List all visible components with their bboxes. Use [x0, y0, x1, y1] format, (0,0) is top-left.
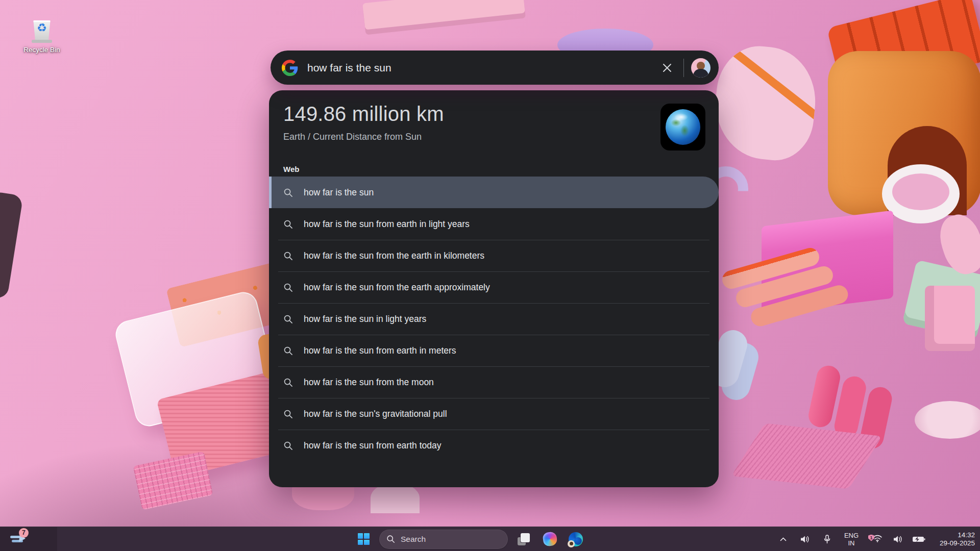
widgets-button[interactable]: 7	[0, 527, 57, 551]
wallpaper-shape	[806, 364, 842, 430]
suggestion-item[interactable]: how far is the sun in light years	[269, 303, 719, 335]
widgets-icon: 7	[10, 533, 26, 546]
tray-time: 14:32	[958, 531, 975, 539]
search-icon	[283, 378, 293, 387]
battery-charging-icon	[912, 536, 925, 543]
suggestion-text: how far is the sun from earth in light y…	[304, 219, 470, 230]
earth-thumbnail[interactable]	[660, 104, 705, 151]
suggestion-item[interactable]: how far is the sun from earth in meters	[269, 335, 719, 366]
answer-card: 149.86 million km Earth / Current Distan…	[269, 90, 719, 151]
suggestion-item[interactable]: how far is the sun from earth today	[269, 430, 719, 461]
suggestion-text: how far is the sun	[304, 187, 374, 198]
edge-profile-badge	[568, 540, 575, 547]
search-icon	[283, 251, 293, 261]
suggestion-item[interactable]: how far is the sun from the moon	[269, 366, 719, 398]
suggestion-item[interactable]: how far is the sun from the earth in kil…	[269, 240, 719, 271]
suggestion-text: how far is the sun from the earth approx…	[304, 282, 490, 293]
tray-microphone-button[interactable]	[821, 529, 833, 549]
task-view-icon	[518, 533, 530, 545]
windows-logo-icon	[358, 533, 370, 545]
start-button[interactable]	[353, 529, 374, 549]
divider	[683, 59, 684, 77]
search-icon	[283, 188, 293, 197]
task-view-button[interactable]	[513, 529, 534, 549]
battery-button[interactable]	[911, 529, 927, 549]
wallpaper-shape	[362, 0, 525, 30]
suggestion-text: how far is the sun from earth in meters	[304, 345, 456, 356]
wallpaper-shape	[371, 483, 420, 513]
network-button[interactable]: 1	[870, 529, 885, 549]
search-icon	[283, 219, 293, 229]
suggestion-item[interactable]: how far is the sun from the earth approx…	[269, 271, 719, 303]
notification-badge: 7	[19, 528, 29, 538]
language-primary: ENG	[844, 532, 859, 539]
answer-subtitle: Earth / Current Distance from Sun	[283, 132, 444, 142]
close-icon	[662, 63, 672, 73]
microphone-icon	[824, 535, 830, 544]
wallpaper-shape	[882, 164, 960, 223]
taskbar-search-label: Search	[401, 535, 426, 544]
web-section-label: Web	[283, 165, 719, 173]
search-icon	[283, 346, 293, 356]
suggestion-item[interactable]: how far is the sun's gravitational pull	[269, 398, 719, 430]
wallpaper-shape	[915, 401, 980, 439]
suggestion-text: how far is the sun's gravitational pull	[304, 409, 447, 419]
search-query-text[interactable]: how far is the sun	[307, 62, 658, 74]
suggestion-text: how far is the sun from earth today	[304, 440, 441, 451]
wallpaper-shape	[133, 451, 213, 510]
taskbar: 7 Search	[0, 527, 980, 551]
search-icon	[386, 535, 395, 543]
avatar-body	[693, 69, 708, 78]
taskbar-center-group: Search	[353, 527, 586, 551]
wallpaper-shape	[925, 286, 975, 351]
search-icon	[283, 314, 293, 324]
language-indicator[interactable]: ENG IN	[840, 529, 863, 549]
wallpaper-shape	[0, 191, 23, 299]
search-icon	[283, 409, 293, 419]
edge-browser-button[interactable]	[566, 529, 586, 549]
profile-avatar[interactable]	[691, 58, 710, 78]
copilot-icon	[542, 531, 557, 546]
tray-overflow-button[interactable]	[776, 529, 790, 549]
suggestion-item[interactable]: how far is the sun from earth in light y…	[269, 208, 719, 240]
recycle-bin-icon: ♻	[29, 17, 55, 44]
speaker-icon	[800, 535, 810, 543]
google-search-bar[interactable]: how far is the sun	[271, 51, 719, 85]
suggestion-text: how far is the sun from the earth in kil…	[304, 251, 484, 261]
clear-query-button[interactable]	[658, 59, 676, 77]
copilot-button[interactable]	[540, 529, 560, 549]
suggestions-list: how far is the sun how far is the sun fr…	[269, 177, 719, 461]
chevron-up-icon	[780, 537, 787, 541]
language-secondary: IN	[848, 539, 855, 547]
tray-volume-app-button[interactable]	[797, 529, 813, 549]
search-icon	[283, 441, 293, 450]
answer-value: 149.86 million km	[283, 103, 444, 126]
system-tray: ENG IN 1 14:32 29-09-2025	[776, 527, 975, 551]
search-icon	[283, 283, 293, 292]
recycle-glyph: ♻	[29, 22, 55, 34]
tray-date: 29-09-2025	[940, 539, 975, 547]
suggestion-text: how far is the sun in light years	[304, 314, 426, 324]
suggestion-item-selected[interactable]: how far is the sun	[269, 177, 719, 208]
wallpaper-shape	[731, 423, 883, 489]
wallpaper-shape	[710, 42, 821, 164]
volume-button[interactable]	[890, 529, 905, 549]
google-logo-icon	[282, 60, 298, 76]
earth-globe-image	[666, 109, 700, 145]
search-results-panel: 149.86 million km Earth / Current Distan…	[269, 90, 719, 487]
recycle-bin-label: Recycle Bin	[16, 46, 67, 54]
speaker-icon	[893, 535, 903, 543]
clock[interactable]: 14:32 29-09-2025	[934, 531, 975, 547]
suggestion-text: how far is the sun from the moon	[304, 377, 434, 388]
recycle-bin-shortcut[interactable]: ♻ Recycle Bin	[16, 17, 67, 54]
taskbar-search-box[interactable]: Search	[379, 530, 508, 549]
